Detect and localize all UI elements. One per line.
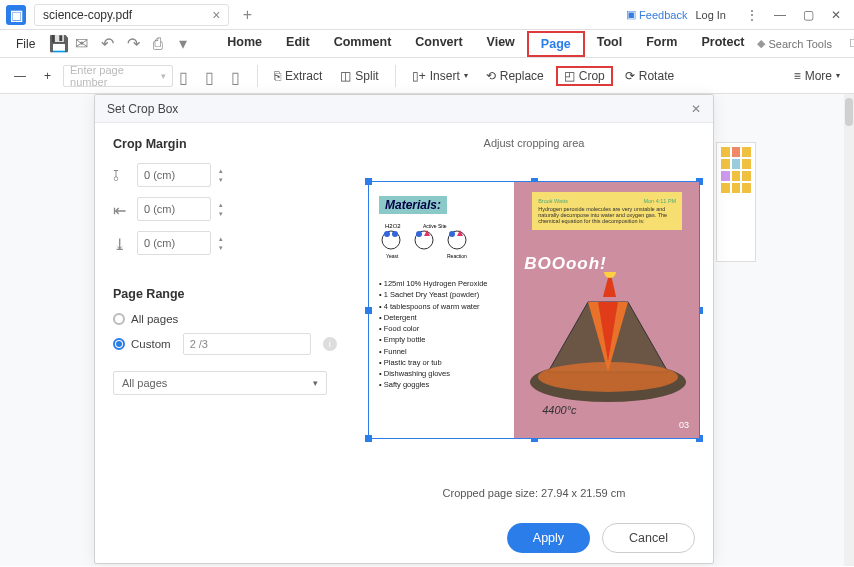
redo-icon[interactable]: ↷ [127,36,143,52]
list-item: 125ml 10% Hydrogen Peroxide [379,278,504,289]
page-range-label: Page Range [113,287,337,301]
tab-comment[interactable]: Comment [322,31,404,57]
list-item: Dishwashing gloves [379,368,504,379]
qat-dropdown-icon[interactable]: ▾ [179,36,195,52]
tab-form[interactable]: Form [634,31,689,57]
tab-page[interactable]: Page [527,31,585,57]
title-bar: ▣ science-copy.pdf × + ▣Feedback Log In … [0,0,854,30]
svg-point-15 [538,362,678,392]
crop-handle[interactable] [365,307,372,314]
volcano-illustration [528,272,688,402]
custom-range-input[interactable]: 2 /3 [183,333,311,355]
pages-dropdown[interactable]: All pages ▾ [113,371,327,395]
tab-home[interactable]: Home [215,31,274,57]
adjust-area-label: Adjust cropping area [484,137,585,149]
radio-custom[interactable]: Custom 2 /3 i [113,333,337,355]
login-link[interactable]: Log In [695,9,726,21]
svg-text:Yeast: Yeast [386,253,399,259]
zoom-out-button[interactable]: — [8,66,32,86]
minimize-icon[interactable]: — [768,4,792,26]
close-window-icon[interactable]: ✕ [824,4,848,26]
zoom-in-button[interactable]: + [38,66,57,86]
kebab-icon[interactable]: ⋮ [740,4,764,26]
margin-top-icon: ⫱ [113,167,129,183]
file-menu[interactable]: File [6,37,45,51]
split-button[interactable]: ◫Split [334,66,384,86]
page-input-placeholder: Enter page number [70,64,161,88]
info-icon[interactable]: i [323,337,337,351]
crop-dialog: Set Crop Box ✕ Crop Margin ⫱ 0 (cm) ▴▾ ⇤… [94,94,714,564]
page-number-input[interactable]: Enter page number ▾ [63,65,173,87]
molecule-diagram: H2O2 Active Site Yeast Reaction [379,220,499,268]
margin-left-icon: ⇤ [113,201,129,217]
margin-bottom-input[interactable]: 0 (cm) [137,231,211,255]
boom-text: BOOooh! [524,254,607,274]
extract-button[interactable]: ⎘Extract [268,66,328,86]
close-tab-icon[interactable]: × [212,7,220,23]
margin-top-input[interactable]: 0 (cm) [137,163,211,187]
crop-preview[interactable]: Materials: H2O2 Active Site Yeast Reacti… [368,181,700,439]
page-layout-icon-1[interactable]: ▯ [179,68,195,84]
apply-button[interactable]: Apply [507,523,590,553]
feedback-link[interactable]: ▣Feedback [626,8,687,21]
svg-text:Reaction: Reaction [447,253,467,259]
print-icon[interactable]: ⎙ [153,36,169,52]
crop-handle[interactable] [365,435,372,442]
tab-view[interactable]: View [475,31,527,57]
open-external-icon[interactable]: ☐↗ [849,37,854,50]
diamond-icon: ◆ [757,37,765,50]
dialog-close-icon[interactable]: ✕ [691,102,701,116]
search-input[interactable] [769,38,839,50]
split-icon: ◫ [340,69,351,83]
materials-heading: Materials: [379,196,447,214]
spin-down-icon[interactable]: ▾ [219,176,231,184]
svg-point-9 [449,231,455,237]
doc-name: science-copy.pdf [43,8,132,22]
spin-down-icon[interactable]: ▾ [219,210,231,218]
document-tab[interactable]: science-copy.pdf × [34,4,229,26]
page-layout-icon-2[interactable]: ▯ [205,68,221,84]
insert-button[interactable]: ▯+Insert▾ [406,66,474,86]
extract-icon: ⎘ [274,69,281,83]
mail-icon[interactable]: ✉ [75,36,91,52]
spin-up-icon[interactable]: ▴ [219,201,231,209]
list-item: Plastic tray or tub [379,357,504,368]
maximize-icon[interactable]: ▢ [796,4,820,26]
save-icon[interactable]: 💾 [49,36,65,52]
spin-down-icon[interactable]: ▾ [219,244,231,252]
menu-bar: File 💾 ✉ ↶ ↷ ⎙ ▾ Home Edit Comment Conve… [0,30,854,58]
tab-tool[interactable]: Tool [585,31,634,57]
spin-up-icon[interactable]: ▴ [219,235,231,243]
svg-point-4 [392,231,398,237]
tab-edit[interactable]: Edit [274,31,322,57]
cancel-button[interactable]: Cancel [602,523,695,553]
sticky-note: Brook WattsMon 4:11 PM Hydrogen peroxide… [532,192,682,230]
undo-icon[interactable]: ↶ [101,36,117,52]
workspace: Set Crop Box ✕ Crop Margin ⫱ 0 (cm) ▴▾ ⇤… [0,94,854,566]
insert-icon: ▯+ [412,69,426,83]
tab-convert[interactable]: Convert [403,31,474,57]
crop-button[interactable]: ◰Crop [556,66,613,86]
temperature-label: 4400°c [542,404,576,416]
margin-left-input[interactable]: 0 (cm) [137,197,211,221]
new-tab-button[interactable]: + [237,5,257,25]
page-layout-icon-3[interactable]: ▯ [231,68,247,84]
replace-button[interactable]: ⟲Replace [480,66,550,86]
list-item: Empty bottle [379,334,504,345]
radio-icon [113,313,125,325]
page-thumbnail[interactable] [716,142,756,262]
dialog-title: Set Crop Box [107,102,178,116]
chevron-down-icon: ▾ [464,71,468,80]
spin-up-icon[interactable]: ▴ [219,167,231,175]
search-field[interactable]: ◆ [757,37,839,50]
rotate-button[interactable]: ⟳Rotate [619,66,680,86]
list-item: Food color [379,323,504,334]
scrollbar-thumb[interactable] [845,98,853,126]
cropped-size-label: Cropped page size: 27.94 x 21.59 cm [443,487,626,499]
radio-all-pages[interactable]: All pages [113,313,337,325]
vertical-scrollbar[interactable] [844,94,854,566]
tab-protect[interactable]: Protect [689,31,756,57]
chevron-down-icon: ▾ [161,71,166,81]
more-button[interactable]: ≡More▾ [788,66,846,86]
crop-handle[interactable] [365,178,372,185]
